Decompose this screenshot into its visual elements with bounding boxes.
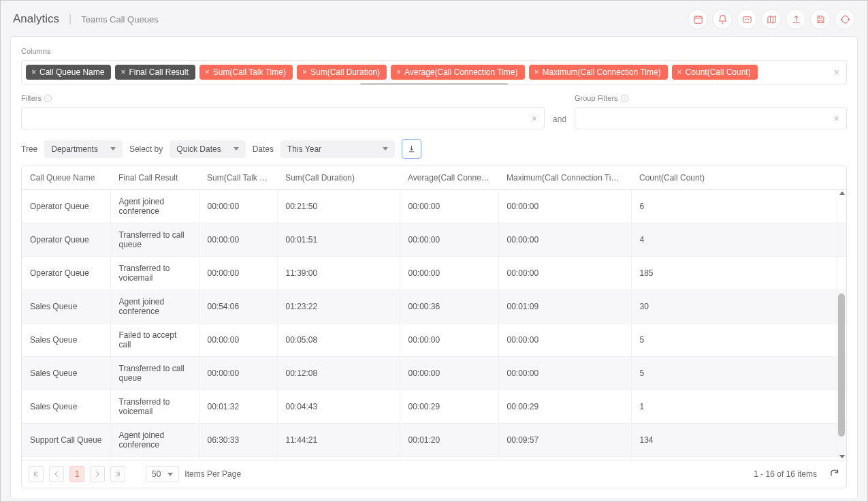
table-cell: 00:12:08 <box>277 357 400 390</box>
page-subtitle: Teams Call Queues <box>81 14 158 25</box>
table-cell: 00:00:00 <box>400 457 498 460</box>
table-cell: 00:05:08 <box>277 324 400 357</box>
table-cell: 00:00:00 <box>199 324 277 357</box>
table-row[interactable]: Sales QueueTransferred to call queue00:0… <box>22 357 846 390</box>
table-row[interactable]: Sales QueueAgent joined conference00:54:… <box>22 290 846 324</box>
dates-select[interactable]: This Year <box>280 140 395 158</box>
download-button[interactable] <box>402 139 421 159</box>
table-cell: 00:00:36 <box>400 290 498 324</box>
chip-label: Average(Call Connection Time) <box>404 67 518 77</box>
target-icon[interactable] <box>835 9 855 29</box>
page-size-select[interactable]: 50 <box>146 466 179 482</box>
save-icon[interactable] <box>810 9 831 29</box>
table-cell: 00:00:00 <box>498 324 631 357</box>
column-header[interactable]: Average(Call Connectio... <box>400 166 498 190</box>
filters-input[interactable]: × <box>21 107 545 129</box>
column-header[interactable]: Maximum(Call Connection Time) <box>498 166 631 190</box>
table-cell: Sales Queue <box>22 324 110 357</box>
chip-remove-icon[interactable]: × <box>205 67 210 77</box>
table-row[interactable]: Support Call QueueAgent joined conferenc… <box>22 424 846 457</box>
table-cell: 00:00:00 <box>498 457 631 460</box>
table-cell: Agent joined conference <box>110 190 199 223</box>
upload-icon[interactable] <box>786 9 806 29</box>
tree-label: Tree <box>21 144 37 154</box>
table-cell: 134 <box>631 424 837 457</box>
dashboard-icon[interactable] <box>737 9 757 29</box>
chip-remove-icon[interactable]: × <box>534 67 539 77</box>
table-cell: 5 <box>631 357 837 390</box>
selectby-select[interactable]: Quick Dates <box>170 140 245 158</box>
columns-box[interactable]: ×Call Queue Name×Final Call Result×Sum(C… <box>21 60 847 84</box>
chip-remove-icon[interactable]: × <box>302 67 307 77</box>
table-row[interactable]: Support Call QueueFailed to accept call0… <box>22 457 846 460</box>
table-row[interactable]: Operator QueueTransferred to voicemail00… <box>22 257 846 290</box>
svg-rect-0 <box>694 16 701 23</box>
clear-filters-icon[interactable]: × <box>532 113 537 124</box>
table-cell: Transferred to call queue <box>110 357 199 390</box>
table-row[interactable]: Operator QueueAgent joined conference00:… <box>22 190 846 223</box>
table-cell: 00:27:12 <box>277 457 400 460</box>
column-chip[interactable]: ×Maximum(Call Connection Time) <box>529 65 668 80</box>
column-chip[interactable]: ×Average(Call Connection Time) <box>391 65 525 80</box>
table-cell: Failed to accept call <box>110 324 199 357</box>
table-cell: 18 <box>631 457 837 460</box>
column-header[interactable]: Count(Call Count) <box>631 166 837 190</box>
table-cell: 00:00:00 <box>199 357 277 390</box>
pager-prev-button[interactable] <box>49 466 64 482</box>
tree-select[interactable]: Departments <box>44 140 123 158</box>
table-cell: 00:01:09 <box>498 290 631 324</box>
table-cell: Sales Queue <box>22 290 110 324</box>
bell-icon[interactable] <box>712 9 733 29</box>
pager-last-button[interactable] <box>110 466 125 482</box>
table-row[interactable]: Operator QueueTransferred to call queue0… <box>22 223 846 257</box>
table-cell: 00:01:51 <box>277 223 400 257</box>
table-cell: 1 <box>631 390 837 424</box>
group-filters-input[interactable]: × <box>575 107 847 129</box>
column-header[interactable]: Sum(Call Talk Time) <box>199 166 277 190</box>
chip-remove-icon[interactable]: × <box>396 67 401 77</box>
column-chip[interactable]: ×Call Queue Name <box>26 65 111 80</box>
calendar-icon[interactable] <box>688 9 708 29</box>
pager-next-button[interactable] <box>90 466 105 482</box>
table-cell: Operator Queue <box>22 190 110 223</box>
column-chip[interactable]: ×Count(Call Count) <box>672 65 758 80</box>
table-row[interactable]: Sales QueueTransferred to voicemail00:01… <box>22 390 846 424</box>
table-cell: 00:01:20 <box>400 424 498 457</box>
column-header[interactable]: Final Call Result <box>110 166 199 190</box>
clear-columns-icon[interactable]: × <box>834 67 839 78</box>
table-cell: Transferred to call queue <box>110 223 199 257</box>
table-cell: 00:01:32 <box>199 390 277 424</box>
table-cell: Agent joined conference <box>110 424 199 457</box>
table-cell: 00:04:43 <box>277 390 400 424</box>
table-cell: 00:00:00 <box>498 223 631 257</box>
chip-remove-icon[interactable]: × <box>677 67 682 77</box>
column-header[interactable]: Call Queue Name <box>22 166 110 190</box>
table-cell: 00:00:00 <box>199 190 277 223</box>
table-cell: 185 <box>631 257 837 290</box>
clear-group-filters-icon[interactable]: × <box>834 113 839 124</box>
map-icon[interactable] <box>761 9 782 29</box>
table-row[interactable]: Sales QueueFailed to accept call00:00:00… <box>22 324 846 357</box>
table-cell: 00:09:57 <box>498 424 631 457</box>
column-chip[interactable]: ×Sum(Call Talk Time) <box>199 65 293 80</box>
table-cell: 00:00:00 <box>498 190 631 223</box>
info-icon[interactable]: i <box>44 95 52 102</box>
column-chip[interactable]: ×Final Call Result <box>115 65 195 80</box>
refresh-button[interactable] <box>829 468 839 480</box>
dates-label: Dates <box>253 144 274 154</box>
chip-remove-icon[interactable]: × <box>31 67 36 77</box>
chip-label: Final Call Result <box>129 67 188 77</box>
filters-label: Filters <box>21 94 42 102</box>
chip-remove-icon[interactable]: × <box>120 67 125 77</box>
svg-point-2 <box>841 16 848 22</box>
table-scrollbar[interactable] <box>838 191 845 458</box>
table-cell: 00:00:29 <box>498 390 631 424</box>
table-cell: Transferred to voicemail <box>110 390 199 424</box>
pager-first-button[interactable] <box>29 466 44 482</box>
pager-current-page[interactable]: 1 <box>69 466 84 482</box>
table-cell: Failed to accept call <box>110 457 199 460</box>
column-header[interactable]: Sum(Call Duration) <box>277 166 400 190</box>
column-chip[interactable]: ×Sum(Call Duration) <box>297 65 387 80</box>
info-icon[interactable]: i <box>621 95 628 102</box>
table-cell: 5 <box>631 324 837 357</box>
